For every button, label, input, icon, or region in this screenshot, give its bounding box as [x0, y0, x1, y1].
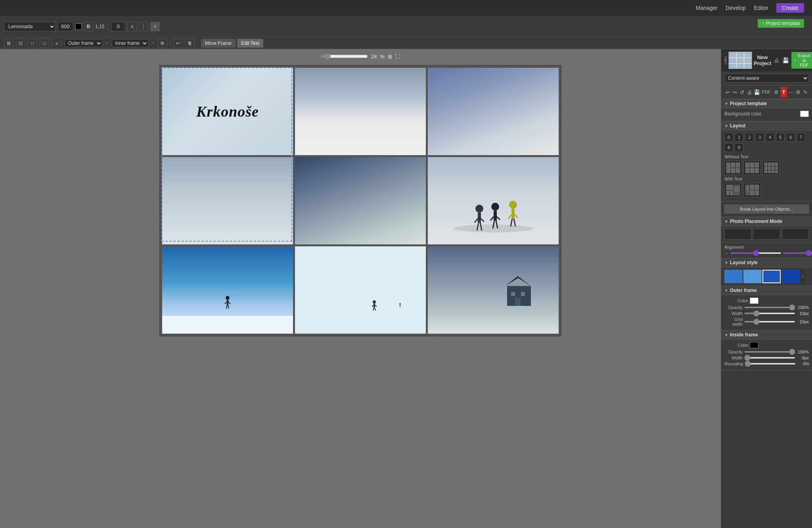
style-swatch-4[interactable]: [781, 270, 800, 283]
svg-rect-64: [768, 167, 771, 170]
panel-tool-edit[interactable]: ✎: [802, 87, 809, 97]
font-family-select[interactable]: Lemonada: [4, 22, 56, 31]
outer-grid-width-slider[interactable]: [744, 321, 795, 323]
placement-btn-2[interactable]: [753, 228, 780, 240]
zoom-fit-icon[interactable]: ⊞: [388, 54, 392, 60]
outer-frame-header[interactable]: ▼ Outer frame: [721, 286, 812, 295]
outer-width-slider[interactable]: [744, 313, 795, 314]
layout-num-8[interactable]: 8: [724, 143, 733, 152]
layout-num-0[interactable]: 0: [724, 133, 733, 142]
panel-export-btn[interactable]: ↑ Export to PDF: [791, 52, 812, 69]
panel-tool-settings2[interactable]: ⚙: [795, 87, 801, 97]
break-layout-area: Break Layout Into Objects...: [721, 202, 812, 217]
photo-cell-5[interactable]: [295, 157, 426, 244]
bold-button[interactable]: B: [84, 22, 93, 31]
panel-tool-undo2[interactable]: ↺: [739, 87, 745, 97]
outer-opacity-slider[interactable]: [744, 307, 795, 308]
alignment-h-slider[interactable]: [730, 252, 781, 254]
grid-icon-btn-3[interactable]: □: [28, 38, 37, 48]
photo-cell-4[interactable]: [162, 157, 293, 244]
placement-btn-3[interactable]: [782, 228, 809, 240]
layout-grid-btn-3[interactable]: [762, 161, 780, 175]
layout-num-5[interactable]: 5: [776, 133, 785, 142]
svg-point-34: [399, 303, 401, 305]
edit-text-button[interactable]: Edit Text: [237, 39, 263, 48]
panel-tool-redo[interactable]: ↪: [732, 87, 738, 97]
panel-tool-undo[interactable]: ↩: [724, 87, 731, 97]
more-button[interactable]: ⋮: [139, 22, 148, 31]
style-swatches-scroll[interactable]: ›: [801, 270, 805, 283]
layout-text-svg-2: [745, 184, 759, 196]
trash-button[interactable]: 🗑: [185, 38, 195, 48]
nav-manager[interactable]: Manager: [696, 5, 718, 11]
panel-tool-text[interactable]: T: [781, 87, 787, 97]
layout-with-text-btn-2[interactable]: [743, 183, 761, 197]
photo-cell-9[interactable]: [428, 246, 559, 334]
photo-cell-6[interactable]: [428, 157, 559, 244]
placement-btn-1[interactable]: [724, 228, 751, 240]
photo-cell-7[interactable]: [162, 246, 293, 334]
layout-num-9[interactable]: 9: [735, 143, 743, 152]
panel-print-icon-btn[interactable]: 🖨: [773, 56, 780, 64]
inner-frame-select[interactable]: Inner frame: [112, 39, 148, 47]
outer-color-swatch[interactable]: [750, 298, 758, 304]
content-aware-select[interactable]: Content-aware: [724, 74, 809, 83]
svg-line-3: [475, 219, 478, 223]
photo-cell-8[interactable]: [295, 246, 426, 334]
move-frame-button[interactable]: Move Frame: [201, 39, 236, 48]
photo-cell-3[interactable]: [428, 68, 559, 155]
panel-save-icon-btn[interactable]: 💾: [781, 56, 790, 64]
style-swatch-1[interactable]: [724, 270, 743, 283]
panel-tool-save[interactable]: 💾: [753, 87, 760, 97]
style-swatch-2[interactable]: [743, 270, 762, 283]
bg-color-swatch[interactable]: [800, 111, 809, 117]
photo-cell-1[interactable]: Krkonoše: [162, 68, 293, 155]
photo-placement-header[interactable]: ▼ Photo Placement Mode: [721, 217, 812, 226]
inside-rounding-slider[interactable]: [745, 363, 796, 365]
main-toolbar: Lemonada B 1,15 ≡ ⋮ × ↑ Project template: [0, 16, 812, 37]
grid-icon-btn-1[interactable]: ⊞: [4, 38, 13, 48]
close-toolbar-button[interactable]: ×: [150, 22, 160, 31]
undo-button[interactable]: ↩: [173, 38, 183, 48]
inside-color-swatch[interactable]: [750, 342, 758, 348]
style-swatch-3[interactable]: [762, 270, 781, 283]
inside-opacity-slider[interactable]: [744, 351, 795, 353]
alignment-v-slider[interactable]: [783, 252, 812, 254]
photo-cell-2[interactable]: [295, 68, 426, 155]
layout-num-2[interactable]: 2: [745, 133, 754, 142]
layout-grid-btn-2[interactable]: [743, 161, 761, 175]
zoom-fullscreen-icon[interactable]: ⛶: [395, 54, 400, 60]
layout-num-1[interactable]: 1: [735, 133, 743, 142]
inside-frame-header[interactable]: ▼ Inside frame: [721, 330, 812, 340]
panel-tool-print[interactable]: 🖨: [746, 87, 753, 97]
nav-develop[interactable]: Develop: [726, 5, 746, 11]
layout-num-3[interactable]: 3: [755, 133, 764, 142]
panel-tool-settings[interactable]: ⚙: [773, 87, 779, 97]
grid-icon-btn-4[interactable]: □: [40, 38, 49, 48]
gear-button[interactable]: ⚙: [158, 38, 167, 48]
layout-grid-btn-1[interactable]: [724, 161, 742, 175]
layout-with-text-btn-1[interactable]: [724, 183, 742, 197]
zoom-slider[interactable]: [320, 53, 368, 60]
font-color-swatch[interactable]: [75, 23, 82, 30]
nav-editor[interactable]: Editor: [754, 5, 768, 11]
inside-width-slider[interactable]: [744, 357, 795, 359]
project-template-header[interactable]: ▼ Project template: [721, 99, 812, 108]
break-layout-button[interactable]: Break Layout Into Objects...: [724, 205, 809, 213]
panel-tool-more[interactable]: ⋯: [788, 87, 794, 97]
align-button[interactable]: ≡: [127, 22, 137, 31]
font-size-input[interactable]: [57, 22, 73, 31]
rotation-input[interactable]: [111, 22, 125, 31]
layout-num-6[interactable]: 6: [786, 133, 795, 142]
nav-create[interactable]: Create: [776, 3, 804, 13]
layout-style-header[interactable]: ▼ Layout style: [721, 258, 812, 267]
layout-num-4[interactable]: 4: [766, 133, 774, 142]
layout-num-7[interactable]: 7: [797, 133, 805, 142]
panel-tool-export-pdf[interactable]: PDF: [761, 87, 771, 97]
export-pdf-button[interactable]: ↑ Project template: [758, 19, 804, 28]
outer-frame-select[interactable]: Outer frame: [65, 39, 102, 47]
svg-rect-61: [772, 163, 774, 166]
layout-header[interactable]: ▼ Layout: [721, 121, 812, 131]
panel-back-button[interactable]: ‹: [724, 56, 727, 65]
grid-icon-btn-2[interactable]: ⊡: [16, 38, 25, 48]
